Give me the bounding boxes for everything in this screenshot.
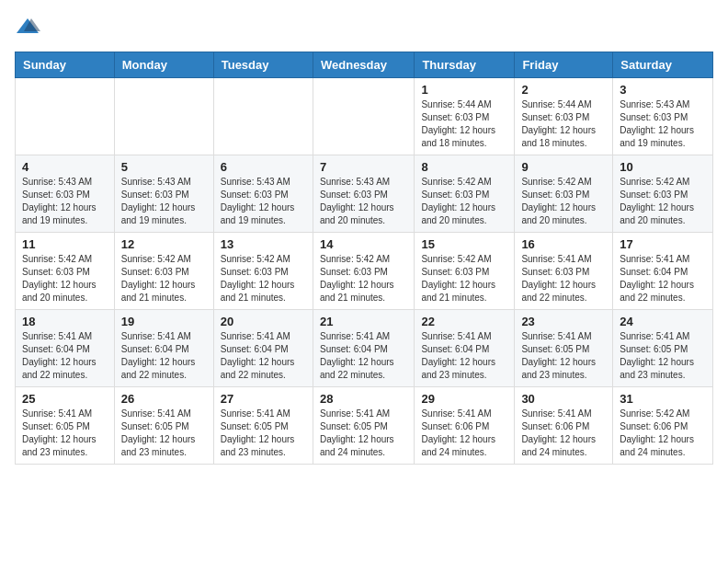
calendar-cell: 29Sunrise: 5:41 AM Sunset: 6:06 PM Dayli… bbox=[415, 387, 515, 465]
day-info: Sunrise: 5:41 AM Sunset: 6:05 PM Dayligh… bbox=[221, 408, 306, 459]
day-number: 25 bbox=[22, 392, 108, 406]
calendar-week-row: 4Sunrise: 5:43 AM Sunset: 6:03 PM Daylig… bbox=[16, 155, 713, 233]
calendar-cell: 7Sunrise: 5:43 AM Sunset: 6:03 PM Daylig… bbox=[313, 155, 414, 233]
calendar-cell bbox=[16, 78, 115, 155]
day-number: 24 bbox=[620, 315, 706, 328]
calendar-cell: 12Sunrise: 5:42 AM Sunset: 6:03 PM Dayli… bbox=[114, 233, 213, 310]
calendar-cell: 10Sunrise: 5:42 AM Sunset: 6:03 PM Dayli… bbox=[613, 155, 713, 233]
calendar-cell: 1Sunrise: 5:44 AM Sunset: 6:03 PM Daylig… bbox=[415, 78, 515, 155]
day-info: Sunrise: 5:41 AM Sunset: 6:06 PM Dayligh… bbox=[421, 408, 507, 459]
day-info: Sunrise: 5:41 AM Sunset: 6:04 PM Dayligh… bbox=[421, 330, 507, 382]
day-info: Sunrise: 5:42 AM Sunset: 6:03 PM Dayligh… bbox=[221, 253, 306, 304]
day-info: Sunrise: 5:41 AM Sunset: 6:05 PM Dayligh… bbox=[121, 408, 207, 459]
day-number: 4 bbox=[22, 160, 108, 174]
calendar-cell: 28Sunrise: 5:41 AM Sunset: 6:05 PM Dayli… bbox=[313, 387, 414, 465]
weekday-header-friday: Friday bbox=[515, 52, 613, 78]
day-number: 21 bbox=[320, 315, 407, 328]
day-info: Sunrise: 5:42 AM Sunset: 6:03 PM Dayligh… bbox=[421, 253, 507, 304]
weekday-header-monday: Monday bbox=[114, 52, 213, 78]
calendar-cell: 30Sunrise: 5:41 AM Sunset: 6:06 PM Dayli… bbox=[515, 387, 613, 465]
day-info: Sunrise: 5:42 AM Sunset: 6:03 PM Dayligh… bbox=[421, 176, 507, 227]
calendar-week-row: 18Sunrise: 5:41 AM Sunset: 6:04 PM Dayli… bbox=[16, 310, 713, 387]
calendar-cell: 19Sunrise: 5:41 AM Sunset: 6:04 PM Dayli… bbox=[114, 310, 213, 387]
day-info: Sunrise: 5:41 AM Sunset: 6:04 PM Dayligh… bbox=[221, 330, 306, 382]
weekday-header-tuesday: Tuesday bbox=[213, 52, 313, 78]
day-number: 30 bbox=[521, 392, 606, 406]
day-number: 23 bbox=[521, 315, 606, 328]
day-info: Sunrise: 5:42 AM Sunset: 6:03 PM Dayligh… bbox=[22, 253, 108, 304]
day-number: 2 bbox=[521, 83, 606, 97]
day-info: Sunrise: 5:44 AM Sunset: 6:03 PM Dayligh… bbox=[421, 98, 507, 150]
weekday-header-thursday: Thursday bbox=[415, 52, 515, 78]
weekday-header-wednesday: Wednesday bbox=[313, 52, 414, 78]
calendar-cell: 20Sunrise: 5:41 AM Sunset: 6:04 PM Dayli… bbox=[213, 310, 313, 387]
calendar-cell: 11Sunrise: 5:42 AM Sunset: 6:03 PM Dayli… bbox=[16, 233, 115, 310]
day-info: Sunrise: 5:42 AM Sunset: 6:03 PM Dayligh… bbox=[320, 253, 407, 304]
calendar-cell: 14Sunrise: 5:42 AM Sunset: 6:03 PM Dayli… bbox=[313, 233, 414, 310]
day-number: 31 bbox=[620, 392, 706, 406]
day-info: Sunrise: 5:41 AM Sunset: 6:05 PM Dayligh… bbox=[22, 408, 108, 459]
day-info: Sunrise: 5:42 AM Sunset: 6:03 PM Dayligh… bbox=[521, 176, 606, 227]
calendar-cell: 4Sunrise: 5:43 AM Sunset: 6:03 PM Daylig… bbox=[16, 155, 115, 233]
day-number: 9 bbox=[521, 160, 606, 174]
calendar-cell: 5Sunrise: 5:43 AM Sunset: 6:03 PM Daylig… bbox=[114, 155, 213, 233]
calendar-cell bbox=[114, 78, 213, 155]
day-number: 16 bbox=[521, 237, 606, 251]
day-info: Sunrise: 5:41 AM Sunset: 6:06 PM Dayligh… bbox=[521, 408, 606, 459]
calendar-cell: 9Sunrise: 5:42 AM Sunset: 6:03 PM Daylig… bbox=[515, 155, 613, 233]
calendar-cell: 18Sunrise: 5:41 AM Sunset: 6:04 PM Dayli… bbox=[16, 310, 115, 387]
calendar-cell: 26Sunrise: 5:41 AM Sunset: 6:05 PM Dayli… bbox=[114, 387, 213, 465]
day-number: 13 bbox=[221, 237, 306, 251]
day-info: Sunrise: 5:41 AM Sunset: 6:03 PM Dayligh… bbox=[521, 253, 606, 304]
day-info: Sunrise: 5:41 AM Sunset: 6:04 PM Dayligh… bbox=[121, 330, 207, 382]
day-number: 28 bbox=[320, 392, 407, 406]
day-number: 1 bbox=[421, 83, 507, 97]
day-number: 29 bbox=[421, 392, 507, 406]
day-info: Sunrise: 5:42 AM Sunset: 6:03 PM Dayligh… bbox=[121, 253, 207, 304]
calendar-cell: 13Sunrise: 5:42 AM Sunset: 6:03 PM Dayli… bbox=[213, 233, 313, 310]
day-info: Sunrise: 5:44 AM Sunset: 6:03 PM Dayligh… bbox=[521, 98, 606, 150]
day-number: 20 bbox=[221, 315, 306, 328]
calendar-week-row: 1Sunrise: 5:44 AM Sunset: 6:03 PM Daylig… bbox=[16, 78, 713, 155]
calendar-week-row: 25Sunrise: 5:41 AM Sunset: 6:05 PM Dayli… bbox=[16, 387, 713, 465]
calendar-cell: 8Sunrise: 5:42 AM Sunset: 6:03 PM Daylig… bbox=[415, 155, 515, 233]
weekday-header-saturday: Saturday bbox=[613, 52, 713, 78]
calendar-cell: 24Sunrise: 5:41 AM Sunset: 6:05 PM Dayli… bbox=[613, 310, 713, 387]
calendar-cell: 3Sunrise: 5:43 AM Sunset: 6:03 PM Daylig… bbox=[613, 78, 713, 155]
calendar-cell: 23Sunrise: 5:41 AM Sunset: 6:05 PM Dayli… bbox=[515, 310, 613, 387]
day-number: 17 bbox=[620, 237, 706, 251]
calendar-cell: 27Sunrise: 5:41 AM Sunset: 6:05 PM Dayli… bbox=[213, 387, 313, 465]
day-info: Sunrise: 5:41 AM Sunset: 6:05 PM Dayligh… bbox=[521, 330, 606, 382]
calendar-cell: 22Sunrise: 5:41 AM Sunset: 6:04 PM Dayli… bbox=[415, 310, 515, 387]
day-info: Sunrise: 5:43 AM Sunset: 6:03 PM Dayligh… bbox=[221, 176, 306, 227]
logo-icon bbox=[15, 15, 40, 40]
day-number: 3 bbox=[620, 83, 706, 97]
day-info: Sunrise: 5:41 AM Sunset: 6:05 PM Dayligh… bbox=[320, 408, 407, 459]
calendar-cell: 2Sunrise: 5:44 AM Sunset: 6:03 PM Daylig… bbox=[515, 78, 613, 155]
calendar-cell: 31Sunrise: 5:42 AM Sunset: 6:06 PM Dayli… bbox=[613, 387, 713, 465]
weekday-header-row: SundayMondayTuesdayWednesdayThursdayFrid… bbox=[16, 52, 713, 78]
calendar-cell: 17Sunrise: 5:41 AM Sunset: 6:04 PM Dayli… bbox=[613, 233, 713, 310]
logo bbox=[15, 15, 44, 40]
day-number: 7 bbox=[320, 160, 407, 174]
day-info: Sunrise: 5:43 AM Sunset: 6:03 PM Dayligh… bbox=[620, 98, 706, 150]
calendar-cell bbox=[313, 78, 414, 155]
calendar-week-row: 11Sunrise: 5:42 AM Sunset: 6:03 PM Dayli… bbox=[16, 233, 713, 310]
calendar-cell: 25Sunrise: 5:41 AM Sunset: 6:05 PM Dayli… bbox=[16, 387, 115, 465]
day-number: 11 bbox=[22, 237, 108, 251]
day-number: 10 bbox=[620, 160, 706, 174]
day-info: Sunrise: 5:43 AM Sunset: 6:03 PM Dayligh… bbox=[121, 176, 207, 227]
day-number: 15 bbox=[421, 237, 507, 251]
weekday-header-sunday: Sunday bbox=[16, 52, 115, 78]
day-info: Sunrise: 5:41 AM Sunset: 6:04 PM Dayligh… bbox=[320, 330, 407, 382]
calendar-cell: 21Sunrise: 5:41 AM Sunset: 6:04 PM Dayli… bbox=[313, 310, 414, 387]
day-info: Sunrise: 5:41 AM Sunset: 6:04 PM Dayligh… bbox=[620, 253, 706, 304]
calendar-cell: 6Sunrise: 5:43 AM Sunset: 6:03 PM Daylig… bbox=[213, 155, 313, 233]
day-number: 14 bbox=[320, 237, 407, 251]
day-number: 5 bbox=[121, 160, 207, 174]
day-info: Sunrise: 5:43 AM Sunset: 6:03 PM Dayligh… bbox=[22, 176, 108, 227]
day-info: Sunrise: 5:41 AM Sunset: 6:04 PM Dayligh… bbox=[22, 330, 108, 382]
day-number: 26 bbox=[121, 392, 207, 406]
day-number: 22 bbox=[421, 315, 507, 328]
day-info: Sunrise: 5:43 AM Sunset: 6:03 PM Dayligh… bbox=[320, 176, 407, 227]
